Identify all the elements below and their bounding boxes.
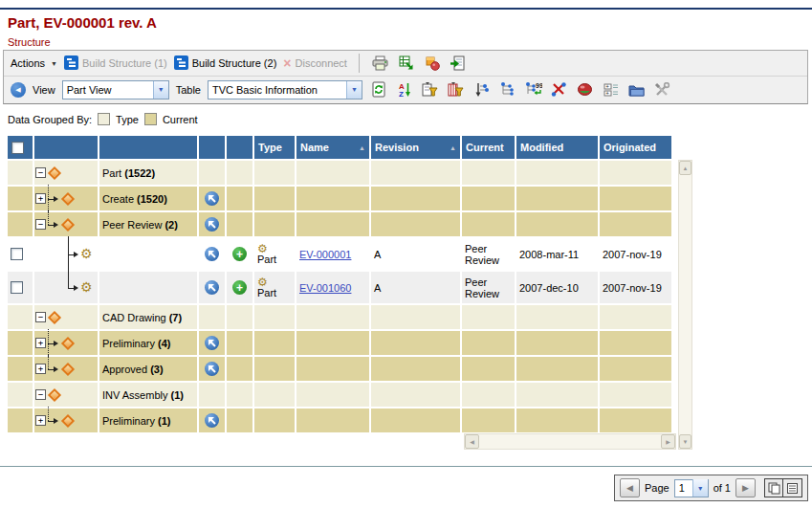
- table-select[interactable]: TVC Basic Information ▼: [208, 80, 362, 99]
- table-label: Table: [176, 84, 201, 96]
- group-row-approved: + Approved (3): [8, 357, 671, 381]
- disconnect-x-icon: ×: [283, 56, 291, 70]
- group-row-cad-drawing: − CAD Drawing (7): [8, 305, 671, 329]
- sort-asc-icon: ▲: [450, 144, 456, 151]
- expand-to-level-icon[interactable]: 99: [524, 80, 543, 99]
- table-header-row: Type Name▲ Revision▲ Current Modified Or…: [8, 136, 671, 159]
- refresh-icon[interactable]: [369, 80, 388, 99]
- page-select[interactable]: 1 ▼: [674, 479, 709, 497]
- visualize-3d-icon[interactable]: [423, 54, 442, 73]
- next-page-button[interactable]: ▶: [735, 478, 756, 497]
- type-group-label: Type: [116, 114, 139, 125]
- scroll-down-icon[interactable]: ▼: [679, 434, 691, 449]
- tree-branch: [66, 238, 80, 270]
- group-row-create: + Create (1520): [8, 187, 671, 210]
- top-divider: [0, 8, 812, 10]
- svg-text:+: +: [605, 82, 609, 89]
- expand-icon[interactable]: +: [35, 338, 46, 348]
- tools-icon[interactable]: [653, 80, 672, 99]
- order-structure-icon[interactable]: [472, 80, 492, 99]
- tree-branch: [46, 331, 60, 355]
- expand-icon[interactable]: +: [35, 364, 46, 374]
- page-of-label: of 1: [713, 482, 731, 494]
- part-name-link[interactable]: EV-001060: [299, 282, 351, 294]
- table-select-value: TVC Basic Information: [208, 84, 346, 96]
- navigate-icon[interactable]: [205, 217, 219, 232]
- view-mode-group: [764, 478, 802, 497]
- header-originated[interactable]: Originated: [600, 136, 671, 159]
- add-icon[interactable]: +: [232, 247, 247, 261]
- select-all-checkbox[interactable]: [11, 142, 24, 154]
- export-excel-icon[interactable]: [397, 54, 416, 73]
- sort-az-icon[interactable]: AZ: [395, 80, 414, 99]
- cell-revision: A: [371, 272, 460, 303]
- structure-table: Type Name▲ Revision▲ Current Modified Or…: [6, 134, 673, 434]
- vertical-scrollbar[interactable]: ▲ ▼: [678, 160, 692, 450]
- filter-form-icon[interactable]: [421, 80, 440, 99]
- collapse-icon[interactable]: −: [35, 167, 46, 178]
- header-current[interactable]: Current: [462, 136, 515, 159]
- build-structure-icon: [174, 55, 188, 72]
- header-revision[interactable]: Revision▲: [371, 136, 460, 159]
- world-icon[interactable]: [576, 80, 595, 99]
- sort-asc-icon: ▲: [359, 144, 365, 151]
- navigate-icon[interactable]: [205, 280, 219, 295]
- collapse-icon[interactable]: −: [35, 312, 46, 322]
- filter-table-icon[interactable]: [447, 80, 466, 99]
- toggle-groups-icon[interactable]: ++: [602, 80, 621, 99]
- cell-originated: 2007-nov-19: [600, 272, 671, 303]
- disconnect-button[interactable]: × Disconnect: [283, 56, 347, 70]
- print-icon[interactable]: [371, 54, 390, 73]
- back-icon[interactable]: ◀: [11, 82, 26, 98]
- navigate-icon[interactable]: [205, 336, 219, 350]
- group-row-peer-review: − Peer Review (2): [8, 212, 671, 236]
- folder-icon[interactable]: [627, 80, 647, 99]
- expand-icon[interactable]: +: [35, 415, 46, 426]
- build-structure-2-button[interactable]: Build Structure (2): [174, 55, 277, 72]
- navigate-icon[interactable]: [205, 362, 219, 376]
- build-structure-1-button[interactable]: Build Structure (1): [64, 55, 167, 72]
- horizontal-scrollbar[interactable]: ◀ ▶: [464, 433, 676, 450]
- toolbar-view-row: ◀ View Part View ▼ Table TVC Basic Infor…: [4, 77, 807, 102]
- scroll-right-icon[interactable]: ▶: [661, 434, 675, 449]
- remove-node-icon[interactable]: [550, 80, 569, 99]
- scroll-left-icon[interactable]: ◀: [465, 434, 479, 449]
- add-icon[interactable]: +: [232, 280, 247, 295]
- scroll-up-icon[interactable]: ▲: [679, 161, 691, 175]
- type-group-icon: [48, 387, 61, 401]
- collapse-icon[interactable]: −: [35, 389, 46, 400]
- actions-menu-button[interactable]: Actions ▼: [11, 57, 57, 69]
- header-name[interactable]: Name▲: [296, 136, 369, 159]
- tree-branch: [66, 272, 80, 303]
- row-checkbox[interactable]: [11, 281, 23, 294]
- navigate-icon[interactable]: [205, 247, 219, 261]
- group-row-preliminary-1: + Preliminary (1): [8, 409, 671, 432]
- svg-text:+: +: [605, 89, 609, 96]
- build-structure-icon: [64, 55, 78, 72]
- navigate-icon[interactable]: [205, 413, 219, 428]
- data-grouped-by-label: Data Grouped By:: [8, 114, 92, 125]
- tree-branch: [46, 212, 60, 236]
- state-group-icon: [61, 217, 75, 231]
- expand-structure-icon[interactable]: [498, 80, 517, 99]
- header-type[interactable]: Type: [254, 136, 295, 159]
- view-select[interactable]: Part View ▼: [62, 80, 169, 99]
- actions-label: Actions: [11, 57, 45, 69]
- part-name-link[interactable]: EV-000001: [299, 249, 351, 260]
- chevron-down-icon: ▼: [692, 479, 708, 497]
- state-group-icon: [61, 336, 75, 349]
- expand-icon[interactable]: +: [35, 193, 46, 204]
- tree-branch: [46, 357, 60, 381]
- header-modified[interactable]: Modified: [516, 136, 598, 159]
- header-action1: [199, 136, 225, 159]
- page-subtitle: Structure: [8, 36, 51, 48]
- view-select-value: Part View: [63, 84, 153, 96]
- navigate-icon[interactable]: [205, 191, 219, 206]
- list-view-icon[interactable]: [783, 478, 802, 497]
- collapse-icon[interactable]: −: [35, 219, 46, 230]
- prev-page-button[interactable]: ◀: [620, 478, 640, 497]
- state-group-icon: [61, 413, 75, 427]
- export-file-icon[interactable]: [449, 54, 468, 73]
- show-all-pages-icon[interactable]: [764, 478, 783, 497]
- row-checkbox[interactable]: [11, 248, 23, 260]
